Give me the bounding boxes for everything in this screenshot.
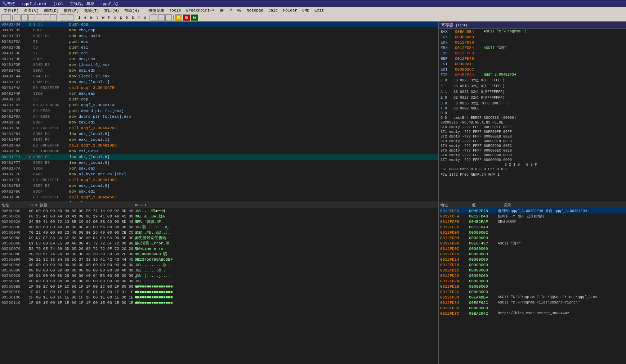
disasm-row[interactable]: 004B1F3B 56push esi [0, 45, 438, 50]
toolbar-s[interactable]: s [143, 15, 148, 20]
disasm-row[interactable]: 004B1F74►8D5D EClea ebx,[local.5] [0, 154, 438, 160]
memory-row[interactable]: 0056C050C9 D7 CF C8 CD CE D8 D8 A0 D4 D9… [0, 235, 438, 241]
disasm-panel[interactable]: 004B1F34$$ 55push ebp004B1F35 8BECmov eb… [0, 22, 439, 202]
disasm-row[interactable]: 004B1F5A 64:8920mov dword ptr fs:[eax],e… [0, 114, 438, 120]
toolbar-h[interactable]: h [107, 15, 112, 20]
memory-row[interactable]: 0056C07052 75 6E 74 69 6D 65 20 65 72 72… [0, 246, 438, 251]
menu-tools[interactable]: Tools [167, 8, 183, 13]
memory-row[interactable]: 0056C0B000 00 00 00 00 00 00 00 00 00 00… [0, 268, 438, 273]
disasm-row[interactable]: 004B1F3C 57push edi [0, 50, 438, 56]
btn-zhi[interactable]: 咨 [175, 14, 182, 21]
btn-step-out[interactable]: ↩ [60, 14, 66, 21]
menu-options[interactable]: 选项(T) [82, 8, 101, 13]
disasm-row[interactable]: 004B1F51 55push ebp [0, 96, 438, 102]
disasm-row[interactable]: 004B1F5F E8 7423F5FFcall qqqf_3.004042D8 [0, 125, 438, 131]
stack-row[interactable]: 0012FCF40012FD48指向下一个 SEH 记录的指针 [439, 214, 626, 219]
stack-row[interactable]: 0012FD2000000000 [439, 273, 626, 278]
memory-row[interactable]: 0056C00000 00 00 00 00 00 00 00 E5 77 14… [0, 208, 438, 214]
btn-pause2[interactable]: || [50, 14, 57, 21]
stack-row[interactable]: 0012FD2800000000 [439, 284, 626, 289]
disasm-row[interactable]: 004B1F7A 33C0xor eax,eax [0, 166, 438, 171]
stack-row[interactable]: 0012FD3000EA49B4ASCII "C:\Program Files\… [439, 295, 626, 300]
menu-vb[interactable]: VB [235, 8, 244, 13]
stack-row[interactable]: 0012FD2400000000 [439, 278, 626, 284]
disasm-row[interactable]: 004B1F64 8D55 EClea edx,[local.5] [0, 131, 438, 137]
toolbar-t[interactable]: t [95, 15, 100, 20]
disasm-row[interactable]: 004B1F7E E8 35F1FFFFcall qqqf_3.004B10D8 [0, 177, 438, 183]
toolbar-w[interactable]: w [101, 15, 106, 20]
menu-file[interactable]: 文件(F) [1, 8, 21, 13]
toolbar-m[interactable]: m [89, 15, 94, 20]
memory-row[interactable]: 0056C0C000 01 00 00 00 28 00 00 A0 04 E3… [0, 273, 438, 278]
stack-row[interactable]: 0012FD3400E6F62CASCII "C:\Program Files\… [439, 300, 626, 305]
menu-debug[interactable]: 调试(D) [42, 8, 61, 13]
disasm-row[interactable]: 004B1F57 64:FF30push dword ptr fs:[eax] [0, 108, 438, 114]
memory-row[interactable]: 0056C0D000 00 00 00 00 00 00 00 00 00 00… [0, 278, 438, 284]
stack-row[interactable]: 0012FD1800000000 [439, 262, 626, 268]
stack-row[interactable]: 0012FD1400000000 [439, 257, 626, 262]
btn-po[interactable]: 破 [183, 14, 190, 21]
btn-grid[interactable]: ⊞ [158, 14, 165, 21]
stack-row[interactable]: 0012FD3800000000 [439, 305, 626, 311]
disasm-row[interactable]: 004B1F44 8945 FCmov [local.1],eax [0, 73, 438, 79]
disasm-row[interactable]: 004B1F77 8D55 E8lea edx,[local.6] [0, 160, 438, 166]
disasm-row[interactable]: 004B1F37 83C4 E8add esp,-0x18 [0, 33, 438, 39]
stack-row[interactable]: 0012FD0800E6F49CASCII "月N" [439, 241, 626, 246]
menu-plugin[interactable]: 插件(P) [62, 8, 81, 13]
btn-rewind[interactable]: ◄◄ [14, 14, 21, 21]
btn-help[interactable]: ? [165, 14, 172, 21]
disasm-row[interactable]: 004B1F47 8B45 FCmov eax,[local.1] [0, 79, 438, 85]
menu-exit[interactable]: Exit [312, 8, 326, 13]
memory-row[interactable]: 0056C02024 50 41 00 72 13 8B C0 02 00 8B… [0, 219, 438, 224]
disasm-row[interactable]: 004B1F3D 33C9xor ecx,ecx [0, 56, 438, 62]
toolbar-k[interactable]: k [125, 15, 130, 20]
btn-step-over[interactable]: ▶ [36, 14, 42, 21]
memory-row[interactable]: 0056C09030 31 32 33 34 35 36 37 38 39 41… [0, 257, 438, 262]
menu-breakpoint[interactable]: BreakPoint-> [184, 8, 217, 13]
btn-fast-forward[interactable]: ▶▶ [28, 14, 35, 21]
memory-row[interactable]: 0056C1101F 00 1E 00 1F 1E 00 1F 1F 00 1E… [0, 300, 438, 305]
stack-row[interactable]: 0012FCFC0012FD40 [439, 224, 626, 230]
toolbar-b[interactable]: b [131, 15, 136, 20]
menu-cmd[interactable]: CMD [300, 8, 312, 13]
disasm-row[interactable]: 004B1F6A E8 69FEFFFFcall qqqf_3.004B1DD8 [0, 143, 438, 148]
memory-row[interactable]: 0056C0A000 00 00 00 00 00 00 00 00 00 00… [0, 262, 438, 268]
menu-p[interactable]: P [227, 8, 234, 13]
disasm-row[interactable]: 004B1F88 E8 3F26F5FFcall qqqf_3.004045CC [0, 194, 438, 200]
disasm-row[interactable]: 004B1F42 8BFAmov edi,edx [0, 68, 438, 73]
memory-row[interactable]: 0056C0F01F 01 1E 00 1F 1E 00 1F 1E 01 1E… [0, 289, 438, 295]
menu-bp[interactable]: BP [218, 8, 227, 13]
disasm-row[interactable]: 004B1F6F BE 10000000mov esi,0x10 [0, 148, 438, 154]
toolbar-l[interactable]: l [77, 15, 82, 20]
memory-row[interactable]: 0056C08020 20 61 74 20 30 30 30 30 30 30… [0, 251, 438, 257]
disasm-row[interactable]: 004B1F34$$ 55push ebp [0, 22, 438, 27]
menu-help[interactable]: 帮助(H) [122, 8, 142, 13]
disasm-row[interactable]: 004B1F86 8BC7mov eax,edi [0, 189, 438, 194]
stack-panel[interactable]: 地址 值 说明 0012FCF0004B2E48返回到 qqqf_3.004B2… [439, 202, 626, 364]
memory-row[interactable]: 0056C060E1 E3 00 E4 E5 8D 40 00 45 72 72… [0, 241, 438, 246]
memory-row[interactable]: 0056C03000 00 00 8D 40 00 00 00 A3 00 56… [0, 224, 438, 230]
stack-row[interactable]: 0012FD1000000000 [439, 251, 626, 257]
toolbar-e[interactable]: e [83, 15, 88, 20]
btn-jie[interactable]: 解 [191, 14, 198, 21]
menu-window[interactable]: 窗口(W) [102, 8, 121, 13]
stack-row[interactable]: 0012FCF8004B2FAFSE处理程序 [439, 219, 626, 224]
btn-animate[interactable]: ↪ [67, 14, 73, 21]
disasm-row[interactable]: 004B1F67 8B45 FCmov eax,[local.1] [0, 137, 438, 143]
disasm-row[interactable]: 004B1F7C 8A03mov al,byte ptr ds:[ebx] [0, 171, 438, 177]
disasm-row[interactable]: 004B1F83 8B55 E8mov edx,[local.6] [0, 183, 438, 189]
disasm-row[interactable]: 004B1F35 8BECmov ebp,esp [0, 27, 438, 33]
disasm-row[interactable]: 004B1F3A 53push ebx [0, 39, 438, 45]
menu-view[interactable]: 查看(V) [22, 8, 41, 13]
disasm-row[interactable]: 004B1F3F 894D E8mov [local.6],ecx [0, 62, 438, 68]
btn-step-back[interactable]: ◄ [21, 14, 28, 21]
stack-row[interactable]: 0012FD0C00000000 [439, 246, 626, 251]
stack-row[interactable]: 0012FD1C00000000 [439, 268, 626, 273]
disasm-row[interactable]: 004B1F52 68 AE1F4B00push qqqf_3.004B1FAF [0, 102, 438, 108]
menu-calc[interactable]: Calc [266, 8, 280, 13]
menu-notepad[interactable]: Notepad [245, 8, 265, 13]
disasm-row[interactable]: 004B1F5D 8BC7mov eax,edi [0, 120, 438, 125]
toolbar-r[interactable]: r [137, 15, 142, 20]
btn-pause[interactable]: 暂停 [1, 14, 11, 21]
btn-list[interactable]: ≡ [151, 14, 157, 21]
